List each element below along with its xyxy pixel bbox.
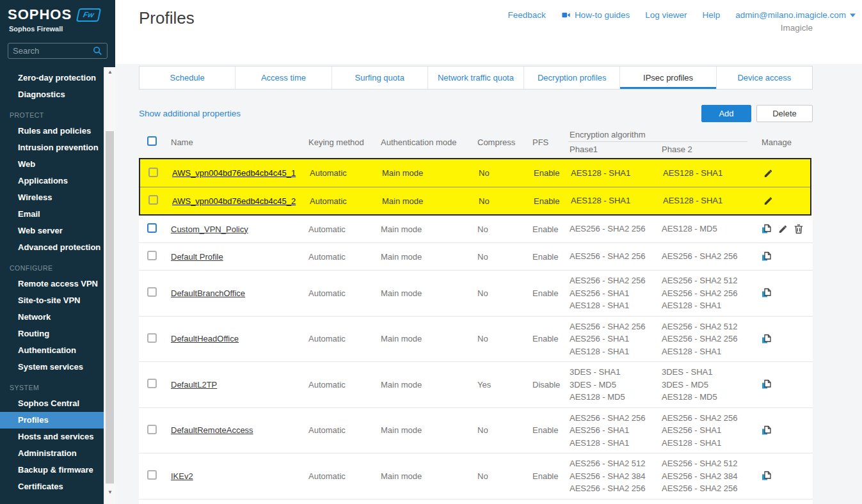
- select-all-checkbox[interactable]: [147, 136, 157, 146]
- row-checkbox[interactable]: [148, 168, 158, 177]
- profile-name-link[interactable]: DefaultBranchOffice: [171, 288, 245, 298]
- manage-cell: [756, 471, 813, 481]
- scroll-down-arrow[interactable]: ▼: [104, 487, 116, 498]
- col-name: Name: [170, 138, 307, 147]
- sidebar-item-certificates[interactable]: Certificates: [0, 478, 104, 495]
- clone-icon[interactable]: [762, 425, 772, 436]
- tab-device-access[interactable]: Device access: [717, 67, 812, 89]
- clone-icon[interactable]: [762, 379, 772, 390]
- scroll-up-arrow[interactable]: ▲: [104, 67, 116, 77]
- clone-icon[interactable]: [762, 288, 772, 298]
- clone-icon[interactable]: [762, 334, 772, 344]
- profile-name-cell: IKEv2: [170, 471, 307, 481]
- table-row: Microsoft Azure Automatic Main mode No D…: [139, 500, 813, 504]
- tab-ipsec-profiles[interactable]: IPsec profiles: [620, 67, 716, 89]
- actions-row: Show additional properties Add Delete: [139, 105, 813, 122]
- tab-schedule[interactable]: Schedule: [140, 67, 235, 89]
- delete-button[interactable]: Delete: [756, 105, 813, 122]
- phase2-cell: AES128 - SHA1: [662, 167, 758, 180]
- table-row: AWS_vpn004bd76edb4cb4c45_1 Automatic Mai…: [140, 159, 810, 187]
- sidebar-scrollbar[interactable]: ▲ ▼: [104, 67, 115, 504]
- manage-cell: [758, 168, 810, 178]
- profile-name-link[interactable]: IKEv2: [171, 471, 193, 481]
- row-checkbox[interactable]: [148, 195, 158, 205]
- phase1-cell: AES256 - SHA2 256: [568, 250, 660, 263]
- sidebar-section-configure: CONFIGURE: [0, 264, 115, 272]
- log-viewer-link[interactable]: Log viewer: [645, 10, 687, 20]
- delete-icon[interactable]: [794, 224, 804, 234]
- profile-name-link[interactable]: AWS_vpn004bd76edb4cb4c45_1: [172, 168, 296, 178]
- sidebar-item-web-server[interactable]: Web server: [0, 223, 104, 239]
- row-checkbox[interactable]: [147, 333, 157, 343]
- profile-name-link[interactable]: AWS_vpn004bd76edb4cb4c45_2: [172, 196, 296, 206]
- table-row: AWS_vpn004bd76edb4cb4c45_2 Automatic Mai…: [140, 187, 810, 214]
- sidebar-item-routing[interactable]: Routing: [0, 326, 104, 342]
- sidebar-item-zero-day-protection[interactable]: Zero-day protection: [0, 70, 104, 86]
- edit-icon[interactable]: [778, 224, 788, 234]
- sidebar-item-sophos-central[interactable]: Sophos Central: [0, 395, 104, 412]
- manage-cell: [756, 425, 813, 436]
- table-header: Name Keying method Authentication mode C…: [139, 126, 813, 158]
- search-input[interactable]: [13, 46, 93, 56]
- profile-name-link[interactable]: DefaultRemoteAccess: [171, 425, 253, 435]
- sidebar-item-site-to-site-vpn[interactable]: Site-to-site VPN: [0, 292, 104, 309]
- sidebar-item-administration[interactable]: Administration: [0, 445, 104, 462]
- keying-method-cell: Automatic: [307, 380, 379, 390]
- pfs-cell: Enable: [531, 334, 568, 343]
- sidebar-item-wireless[interactable]: Wireless: [0, 189, 104, 206]
- howto-guides-link[interactable]: How-to guides: [561, 10, 630, 20]
- auth-mode-cell: Main mode: [379, 425, 476, 435]
- clone-icon[interactable]: [762, 471, 772, 481]
- sidebar-item-profiles[interactable]: Profiles: [0, 412, 104, 429]
- profile-name-cell: AWS_vpn004bd76edb4cb4c45_2: [171, 196, 308, 206]
- compress-cell: No: [477, 168, 532, 178]
- col-compress: Compress: [476, 138, 531, 147]
- add-button[interactable]: Add: [701, 105, 751, 122]
- manage-cell: [756, 224, 813, 234]
- row-checkbox[interactable]: [147, 470, 157, 480]
- profile-name-cell: DefaultRemoteAccess: [170, 425, 307, 435]
- clone-icon[interactable]: [762, 251, 772, 262]
- sidebar-item-hosts-and-services[interactable]: Hosts and services: [0, 429, 104, 445]
- row-checkbox[interactable]: [147, 425, 157, 434]
- keying-method-cell: Automatic: [307, 471, 379, 481]
- sidebar-item-remote-access-vpn[interactable]: Remote access VPN: [0, 276, 104, 292]
- show-additional-properties-link[interactable]: Show additional properties: [139, 109, 241, 118]
- tab-surfing-quota[interactable]: Surfing quota: [332, 67, 428, 89]
- sidebar-item-authentication[interactable]: Authentication: [0, 342, 104, 359]
- compress-cell: No: [476, 471, 531, 481]
- tab-decryption-profiles[interactable]: Decryption profiles: [524, 67, 620, 89]
- profile-name-link[interactable]: DefaultL2TP: [171, 380, 217, 390]
- sidebar-item-advanced-protection[interactable]: Advanced protection: [0, 239, 104, 256]
- profile-name-link[interactable]: DefaultHeadOffice: [171, 334, 239, 343]
- sidebar-item-system-services[interactable]: System services: [0, 359, 104, 375]
- sidebar-item-backup-firmware[interactable]: Backup & firmware: [0, 462, 104, 478]
- sidebar-item-network[interactable]: Network: [0, 309, 104, 326]
- sidebar-item-diagnostics[interactable]: Diagnostics: [0, 86, 104, 103]
- profile-name-link[interactable]: Custom_VPN_Policy: [171, 224, 248, 234]
- tab-network-traffic-quota[interactable]: Network traffic quota: [428, 67, 524, 89]
- row-checkbox[interactable]: [147, 223, 157, 233]
- sidebar-item-applications[interactable]: Applications: [0, 173, 104, 189]
- account-menu[interactable]: admin@milano.imagicle.com: [735, 10, 856, 20]
- search-icon[interactable]: [93, 46, 102, 56]
- phase1-cell: AES128 - SHA1: [570, 194, 662, 207]
- sidebar-item-rules-and-policies[interactable]: Rules and policies: [0, 123, 104, 139]
- feedback-link[interactable]: Feedback: [508, 10, 546, 20]
- help-link[interactable]: Help: [702, 10, 720, 20]
- edit-icon[interactable]: [763, 168, 773, 178]
- sidebar-item-web[interactable]: Web: [0, 156, 104, 173]
- profile-name-link[interactable]: Default Profile: [171, 252, 223, 262]
- tab-access-time[interactable]: Access time: [235, 67, 331, 89]
- clone-icon[interactable]: [762, 224, 772, 234]
- scrollbar-thumb[interactable]: [106, 131, 114, 484]
- sidebar-header: SOPHOS Fw Sophos Firewall: [0, 0, 115, 67]
- sidebar-search[interactable]: [8, 43, 108, 59]
- profile-name-cell: DefaultL2TP: [170, 380, 307, 390]
- edit-icon[interactable]: [763, 196, 773, 206]
- row-checkbox[interactable]: [147, 379, 157, 388]
- sidebar-item-email[interactable]: Email: [0, 206, 104, 223]
- row-checkbox[interactable]: [147, 251, 157, 260]
- row-checkbox[interactable]: [147, 287, 157, 297]
- sidebar-item-intrusion-prevention[interactable]: Intrusion prevention: [0, 139, 104, 156]
